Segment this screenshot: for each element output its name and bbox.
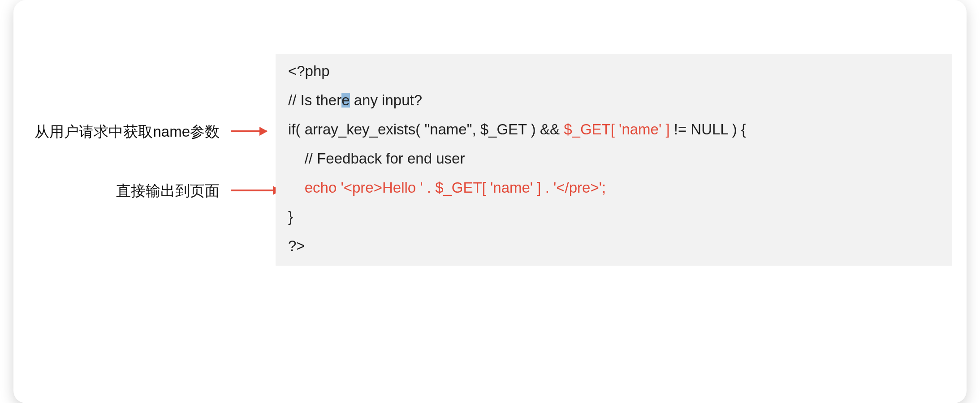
code-line: } <box>288 209 940 224</box>
code-line: ?> <box>288 238 940 253</box>
diagram-content: 从用户请求中获取name参数 直接输出到页面 <?php // Is there… <box>27 9 953 287</box>
code-text: // Is ther <box>288 92 341 108</box>
code-text: != NULL ) { <box>670 121 746 138</box>
code-line: // Feedback for end user <box>288 151 940 166</box>
annotation-output-to-page: 直接输出到页面 <box>31 181 220 201</box>
arrow-icon <box>231 190 280 191</box>
annotation-get-name-param: 从用户请求中获取name参数 <box>31 122 220 142</box>
code-line: if( array_key_exists( "name", $_GET ) &&… <box>288 122 940 137</box>
text-selection-highlight: e <box>341 93 350 108</box>
php-code-block: <?php // Is there any input? if( array_k… <box>276 54 952 266</box>
code-indent <box>288 179 305 196</box>
arrow-icon <box>231 130 267 132</box>
code-line: <?php <box>288 64 940 78</box>
code-text: if( array_key_exists( "name", $_GET ) && <box>288 121 564 138</box>
code-line: // Is there any input? <box>288 93 940 108</box>
diagram-card: 从用户请求中获取name参数 直接输出到页面 <?php // Is there… <box>13 0 967 403</box>
code-text: any input? <box>350 92 422 108</box>
code-highlight-red: echo '<pre>Hello ' . $_GET[ 'name' ] . '… <box>305 179 606 196</box>
code-line: echo '<pre>Hello ' . $_GET[ 'name' ] . '… <box>288 180 940 195</box>
code-highlight-red: $_GET[ 'name' ] <box>564 121 669 138</box>
